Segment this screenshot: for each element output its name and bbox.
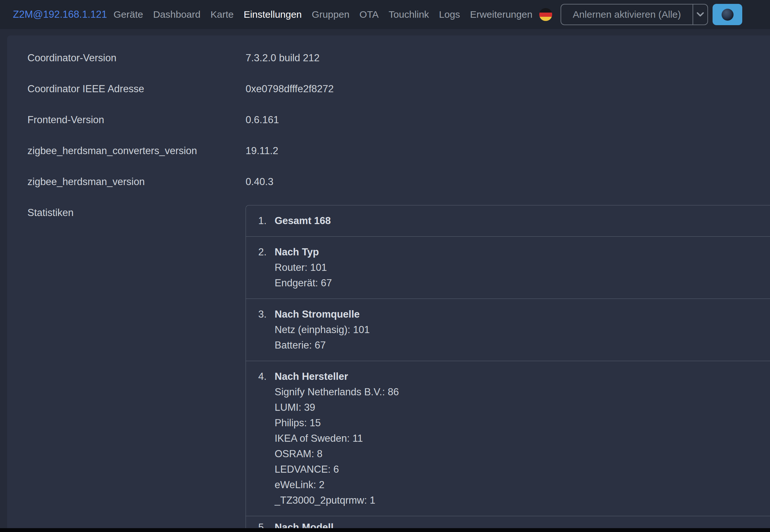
info-label: zigbee_herdsman_converters_version — [27, 143, 246, 159]
statistics-list: 1. Gesamt 168 2. Nach Typ Router: 101End… — [246, 205, 770, 532]
stat-line: Signify Netherlands B.V.: 86 — [275, 384, 770, 400]
about-info-rows: Coordinator-Version 7.3.2.0 build 212 Co… — [27, 50, 770, 190]
permit-join-caret-button[interactable] — [693, 5, 707, 25]
info-label: Coordinator-Version — [27, 50, 246, 66]
stat-line: Netz (einphasig): 101 — [275, 322, 770, 338]
stats-label: Statistiken — [27, 205, 246, 221]
settings-about-panel: Coordinator-Version 7.3.2.0 build 212 Co… — [7, 35, 770, 532]
page: Z2M@192.168.1.121 GeräteDashboardKarteEi… — [0, 0, 770, 532]
stat-line: LUMI: 39 — [275, 400, 770, 415]
nav-item-logs[interactable]: Logs — [439, 9, 460, 20]
navbar: Z2M@192.168.1.121 GeräteDashboardKarteEi… — [0, 0, 770, 29]
stat-line: Batterie: 67 — [275, 338, 770, 353]
info-value: 19.11.2 — [246, 143, 770, 159]
moon-icon — [722, 9, 734, 21]
info-value: 7.3.2.0 build 212 — [246, 50, 770, 66]
info-value: 0.40.3 — [246, 174, 770, 190]
stat-title: Gesamt 168 — [275, 213, 770, 229]
nav-item-einstellungen[interactable]: Einstellungen — [244, 9, 302, 20]
stat-number: 3. — [247, 307, 267, 353]
nav-item-ota[interactable]: OTA — [360, 9, 379, 20]
horizontal-scrollbar[interactable] — [0, 528, 770, 532]
info-value: 0xe0798dfffe2f8272 — [246, 81, 770, 97]
nav-item-touchlink[interactable]: Touchlink — [389, 9, 429, 20]
nav-item-geräte[interactable]: Geräte — [113, 9, 143, 20]
stat-title: Nach Hersteller — [275, 369, 770, 384]
info-row: Coordinator-Version 7.3.2.0 build 212 — [27, 50, 770, 66]
stat-number: 1. — [247, 213, 267, 229]
info-row: zigbee_herdsman_version 0.40.3 — [27, 174, 770, 190]
stat-item: 3. Nach Stromquelle Netz (einphasig): 10… — [246, 299, 770, 361]
stat-number: 2. — [247, 244, 267, 291]
stat-item: 2. Nach Typ Router: 101Endgerät: 67 — [246, 237, 770, 299]
info-value: 0.6.161 — [246, 112, 770, 128]
stat-line: Router: 101 — [275, 260, 770, 275]
theme-toggle-button[interactable] — [713, 4, 742, 25]
chevron-down-icon — [696, 12, 704, 17]
nav-item-erweiterungen[interactable]: Erweiterungen — [470, 9, 532, 20]
stat-title: Nach Stromquelle — [275, 307, 770, 322]
stat-line: _TZ3000_2putqrmw: 1 — [275, 493, 770, 508]
nav-item-dashboard[interactable]: Dashboard — [153, 9, 201, 20]
stat-line: Endgerät: 67 — [275, 275, 770, 291]
statistics-row: Statistiken 1. Gesamt 168 2. Nach Typ Ro… — [27, 205, 770, 532]
permit-join-button[interactable]: Anlernen aktivieren (Alle) — [561, 5, 693, 25]
stat-item: 4. Nach Hersteller Signify Netherlands B… — [246, 361, 770, 516]
navbar-links: GeräteDashboardKarteEinstellungenGruppen… — [113, 9, 532, 20]
stat-number: 4. — [247, 369, 267, 508]
info-label: Frontend-Version — [27, 112, 246, 128]
info-row: Coordinator IEEE Adresse 0xe0798dfffe2f8… — [27, 81, 770, 97]
nav-item-gruppen[interactable]: Gruppen — [312, 9, 350, 20]
info-label: zigbee_herdsman_version — [27, 174, 246, 190]
info-row: zigbee_herdsman_converters_version 19.11… — [27, 143, 770, 159]
permit-join-split-button: Anlernen aktivieren (Alle) — [560, 4, 708, 25]
stat-item: 1. Gesamt 168 — [246, 205, 770, 237]
stat-line: LEDVANCE: 6 — [275, 462, 770, 477]
stat-line: IKEA of Sweden: 11 — [275, 431, 770, 446]
info-label: Coordinator IEEE Adresse — [27, 81, 246, 97]
stat-line: Philips: 15 — [275, 415, 770, 431]
german-flag-icon[interactable] — [539, 8, 552, 21]
stat-line: eWeLink: 2 — [275, 477, 770, 493]
stat-title: Nach Typ — [275, 244, 770, 260]
navbar-right-group: Anlernen aktivieren (Alle) — [539, 4, 742, 25]
nav-item-karte[interactable]: Karte — [211, 9, 234, 20]
stat-line: OSRAM: 8 — [275, 446, 770, 462]
info-row: Frontend-Version 0.6.161 — [27, 112, 770, 128]
navbar-brand[interactable]: Z2M@192.168.1.121 — [13, 9, 107, 20]
